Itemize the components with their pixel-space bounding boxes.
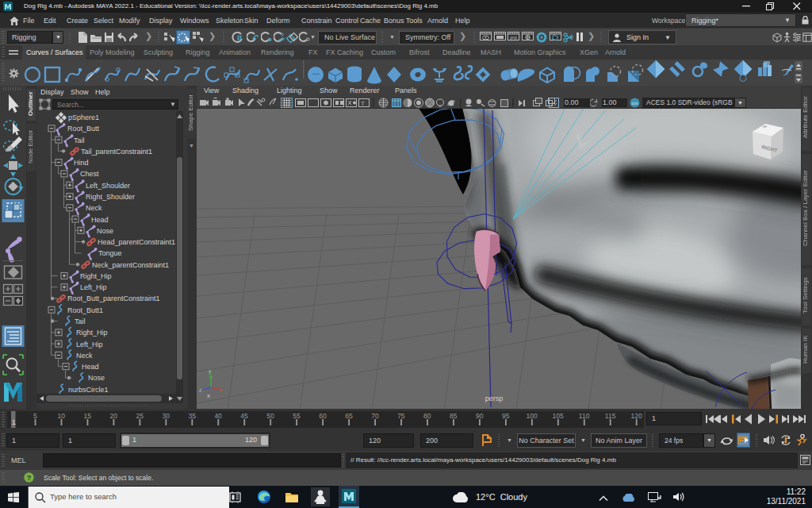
svg-text:60: 60 bbox=[319, 412, 327, 420]
svg-text:100: 100 bbox=[527, 412, 538, 420]
svg-text:Head: Head bbox=[91, 216, 109, 224]
svg-text:Tail_parentConstraint1: Tail_parentConstraint1 bbox=[81, 148, 152, 156]
svg-text:5: 5 bbox=[33, 412, 37, 420]
svg-text:Right_Hip: Right_Hip bbox=[80, 272, 112, 280]
svg-text:120: 120 bbox=[630, 412, 642, 420]
svg-text:Left_Shoulder: Left_Shoulder bbox=[86, 182, 130, 190]
svg-text:15: 15 bbox=[84, 412, 92, 420]
svg-text:Neck: Neck bbox=[86, 204, 102, 212]
svg-text:95: 95 bbox=[502, 412, 510, 420]
svg-text:Tail: Tail bbox=[74, 137, 85, 144]
svg-text:Neck: Neck bbox=[76, 352, 93, 360]
svg-text:55: 55 bbox=[293, 412, 301, 420]
svg-text:Head_parentConstraint1: Head_parentConstraint1 bbox=[98, 238, 175, 246]
svg-text:Right_Shoulder: Right_Shoulder bbox=[86, 193, 135, 201]
svg-text:T: T bbox=[361, 100, 365, 107]
svg-text:Tongue: Tongue bbox=[98, 249, 122, 257]
svg-text:Head: Head bbox=[82, 363, 99, 371]
svg-text:Root_Butt_parentConstraint1: Root_Butt_parentConstraint1 bbox=[67, 294, 160, 302]
svg-text:45: 45 bbox=[240, 412, 248, 420]
svg-text:nurbsCircle1: nurbsCircle1 bbox=[68, 386, 109, 394]
svg-text:Left_Hip: Left_Hip bbox=[76, 341, 103, 348]
svg-text:90: 90 bbox=[476, 412, 484, 420]
svg-text:40: 40 bbox=[214, 412, 222, 420]
svg-text:IPR: IPR bbox=[510, 36, 517, 40]
svg-text:105: 105 bbox=[553, 412, 564, 420]
svg-text:1: 1 bbox=[12, 418, 16, 426]
svg-text:x: x bbox=[207, 392, 210, 399]
svg-text:65: 65 bbox=[345, 412, 353, 420]
svg-text:35: 35 bbox=[188, 412, 196, 420]
svg-text:Nose: Nose bbox=[88, 374, 105, 382]
svg-text:50: 50 bbox=[266, 412, 274, 420]
svg-text:110: 110 bbox=[579, 412, 590, 420]
svg-text:cm: cm bbox=[632, 101, 638, 106]
svg-text:10: 10 bbox=[58, 412, 66, 420]
svg-text:115: 115 bbox=[605, 412, 616, 420]
svg-text:Nose: Nose bbox=[97, 227, 113, 235]
svg-text:Right_Hip: Right_Hip bbox=[76, 329, 108, 337]
svg-text:persp: persp bbox=[485, 394, 504, 402]
svg-text:y: y bbox=[209, 368, 212, 375]
svg-text:Chest: Chest bbox=[80, 170, 99, 178]
svg-text:25: 25 bbox=[136, 412, 144, 420]
svg-text:z: z bbox=[199, 387, 202, 393]
svg-text:Root_Butt1: Root_Butt1 bbox=[67, 306, 103, 314]
svg-text:Left_Hip: Left_Hip bbox=[80, 283, 107, 291]
svg-text:80: 80 bbox=[423, 412, 431, 420]
svg-text:?: ? bbox=[27, 474, 32, 482]
svg-text:85: 85 bbox=[450, 412, 458, 420]
svg-text:pSphere1: pSphere1 bbox=[68, 114, 99, 121]
svg-text:20: 20 bbox=[110, 412, 118, 420]
svg-text:Tail: Tail bbox=[75, 318, 86, 325]
svg-text:75: 75 bbox=[397, 412, 405, 420]
svg-text:70: 70 bbox=[371, 412, 379, 420]
svg-text:30: 30 bbox=[162, 412, 170, 420]
svg-text:Neck_parentConstraint1: Neck_parentConstraint1 bbox=[92, 261, 169, 269]
svg-text:Hind: Hind bbox=[74, 159, 89, 167]
svg-text:Root_Butt: Root_Butt bbox=[67, 125, 100, 133]
